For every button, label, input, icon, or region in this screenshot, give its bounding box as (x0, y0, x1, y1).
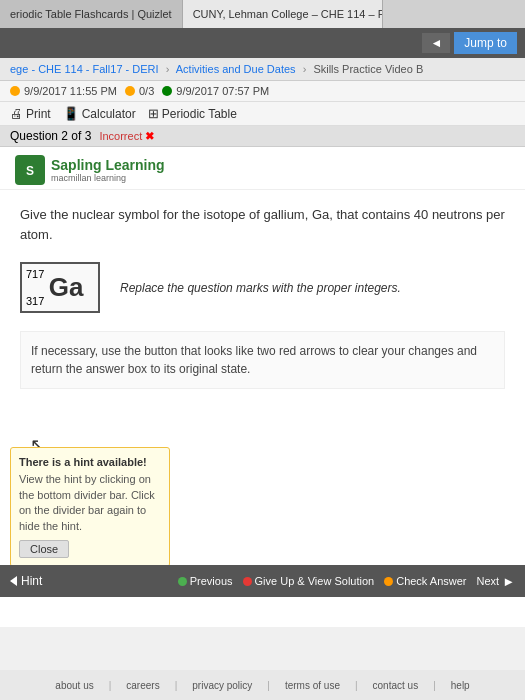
calculator-button[interactable]: 📱 Calculator (63, 106, 136, 121)
next-label: Next (477, 575, 500, 587)
isotope-mass: 717 (26, 268, 44, 280)
hint-triangle-icon (10, 576, 17, 586)
give-up-dot (243, 577, 252, 586)
isotope-element: Ga (49, 272, 84, 303)
status-date2: 9/9/2017 07:57 PM (176, 85, 269, 97)
previous-label: Previous (190, 575, 233, 587)
footer-sep-3: | (267, 680, 270, 691)
status-score: 0/3 (125, 85, 154, 97)
calculator-label: Calculator (82, 107, 136, 121)
incorrect-label: Incorrect (99, 130, 142, 142)
breadcrumb-root[interactable]: ege - CHE 114 - Fall17 - DERI (10, 63, 159, 75)
question-bar: Question 2 of 3 Incorrect ✖ (0, 126, 525, 147)
jump-to-button[interactable]: Jump to (454, 32, 517, 54)
status-time-2: 9/9/2017 07:57 PM (162, 85, 269, 97)
breadcrumb: ege - CHE 114 - Fall17 - DERI › Activiti… (0, 58, 525, 81)
print-button[interactable]: 🖨 Print (10, 106, 51, 121)
hint-nav-label: Hint (21, 574, 42, 588)
previous-dot (178, 577, 187, 586)
question-text: Give the nuclear symbol for the isotope … (20, 205, 505, 244)
isotope-symbol: 717 317 Ga (20, 262, 100, 313)
print-icon: 🖨 (10, 106, 23, 121)
hint-title: There is a hint available! (19, 456, 161, 468)
incorrect-badge: Incorrect ✖ (99, 130, 154, 143)
status-score-value: 0/3 (139, 85, 154, 97)
footer-privacy[interactable]: privacy policy (192, 680, 252, 691)
footer-sep-5: | (433, 680, 436, 691)
next-button[interactable]: Next ► (477, 574, 516, 589)
periodic-table-button[interactable]: ⊞ Periodic Table (148, 106, 237, 121)
instruction2-text: If necessary, use the button that looks … (31, 344, 477, 376)
nav-bar: ◄ Jump to (0, 28, 525, 58)
status-dot-green (162, 86, 172, 96)
previous-button[interactable]: Previous (178, 575, 233, 587)
status-bar: 9/9/2017 11:55 PM 0/3 9/9/2017 07:57 PM (0, 81, 525, 102)
status-time-1: 9/9/2017 11:55 PM (10, 85, 117, 97)
isotope-row: 717 317 Ga Replace the question marks wi… (20, 262, 505, 313)
toolbar: 🖨 Print 📱 Calculator ⊞ Periodic Table (0, 102, 525, 126)
sapling-logo: S (15, 155, 45, 185)
sapling-subtitle: macmillan learning (51, 173, 165, 183)
check-dot (384, 577, 393, 586)
footer-about[interactable]: about us (55, 680, 93, 691)
sapling-title: Sapling Learning (51, 157, 165, 173)
breadcrumb-activities[interactable]: Activities and Due Dates (176, 63, 296, 75)
hint-toggle[interactable]: Hint (10, 574, 42, 588)
question-number: Question 2 of 3 (10, 129, 91, 143)
hint-close-button[interactable]: Close (19, 540, 69, 558)
status-dot-score (125, 86, 135, 96)
bottom-nav-right: Previous Give Up & View Solution Check A… (178, 574, 515, 589)
footer: about us | careers | privacy policy | te… (0, 670, 525, 700)
tab-cuny[interactable]: CUNY, Lehman College – CHE 114 – Fall17 … (183, 0, 383, 28)
sapling-header: S Sapling Learning macmillan learning (0, 147, 525, 190)
breadcrumb-separator-2: › (303, 63, 307, 75)
footer-sep-1: | (109, 680, 112, 691)
svg-text:S: S (26, 164, 34, 178)
breadcrumb-current: Skills Practice Video B (313, 63, 423, 75)
status-date1: 9/9/2017 11:55 PM (24, 85, 117, 97)
give-up-button[interactable]: Give Up & View Solution (243, 575, 375, 587)
back-button[interactable]: ◄ (422, 33, 450, 53)
bottom-nav: Hint Previous Give Up & View Solution Ch… (0, 565, 525, 597)
footer-sep-4: | (355, 680, 358, 691)
footer-terms[interactable]: terms of use (285, 680, 340, 691)
sapling-title-block: Sapling Learning macmillan learning (51, 157, 165, 183)
breadcrumb-separator-1: › (166, 63, 170, 75)
next-arrow-icon: ► (502, 574, 515, 589)
check-answer-button[interactable]: Check Answer (384, 575, 466, 587)
status-dot-orange (10, 86, 20, 96)
instructions-box: If necessary, use the button that looks … (20, 331, 505, 389)
give-up-label: Give Up & View Solution (255, 575, 375, 587)
periodic-table-label: Periodic Table (162, 107, 237, 121)
hint-panel: There is a hint available! View the hint… (10, 447, 170, 567)
isotope-atomic: 317 (26, 295, 44, 307)
browser-tabs: eriodic Table Flashcards | Quizlet CUNY,… (0, 0, 525, 28)
check-answer-label: Check Answer (396, 575, 466, 587)
tab-quizlet[interactable]: eriodic Table Flashcards | Quizlet (0, 0, 183, 28)
isotope-description: Replace the question marks with the prop… (120, 281, 505, 295)
close-icon: ✖ (145, 130, 154, 143)
periodic-table-icon: ⊞ (148, 106, 159, 121)
print-label: Print (26, 107, 51, 121)
footer-careers[interactable]: careers (126, 680, 159, 691)
main-content: S Sapling Learning macmillan learning Gi… (0, 147, 525, 627)
calculator-icon: 📱 (63, 106, 79, 121)
footer-sep-2: | (175, 680, 178, 691)
hint-text: View the hint by clicking on the bottom … (19, 472, 161, 534)
question-content: Give the nuclear symbol for the isotope … (0, 190, 525, 414)
footer-help[interactable]: help (451, 680, 470, 691)
footer-contact[interactable]: contact us (373, 680, 419, 691)
